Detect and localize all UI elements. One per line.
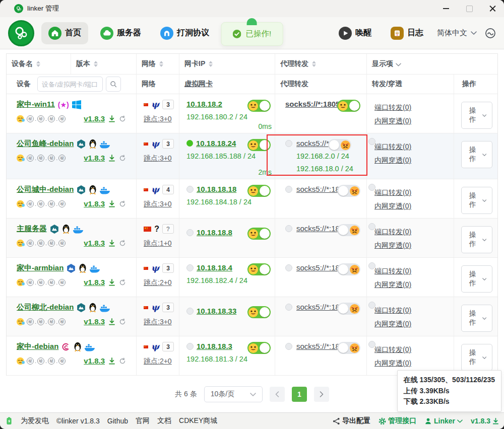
refresh-icon[interactable]	[119, 200, 126, 207]
prev-page-button[interactable]	[270, 387, 285, 402]
refresh-icon[interactable]	[119, 155, 126, 162]
device-name-link[interactable]: 家中-debian	[17, 342, 58, 351]
download-icon[interactable]	[108, 318, 115, 325]
vnic-toggle[interactable]	[247, 100, 271, 112]
proxy-toggle[interactable]	[337, 342, 360, 354]
linker-logo[interactable]	[8, 20, 34, 46]
vnic-ip-link[interactable]: 10.18.18.33	[197, 307, 236, 315]
minimize-button[interactable]	[434, 0, 458, 17]
version-update-button[interactable]: v1.8.3	[471, 417, 499, 425]
vnic-ip-link[interactable]: 10.18.18.8	[197, 228, 232, 237]
port-forward-link[interactable]: 端口转发(0)	[374, 304, 449, 317]
github-link[interactable]: Github	[107, 417, 128, 425]
refresh-icon[interactable]	[119, 279, 126, 286]
close-button[interactable]	[481, 0, 504, 17]
download-icon[interactable]	[108, 155, 115, 162]
device-name-link[interactable]: 公司柳北-debian	[17, 303, 74, 312]
penetrate-link[interactable]: 内网穿透(0)	[374, 278, 449, 292]
display-options-dropdown[interactable]: 显示项	[367, 54, 497, 74]
device-name-link[interactable]: 家中-armbian	[17, 263, 64, 273]
relay-radio[interactable]	[186, 308, 194, 315]
version-link[interactable]: v1.8.3	[84, 278, 105, 287]
header-device-name[interactable]: 设备名	[7, 54, 71, 74]
penetrate-link[interactable]: 内网穿透(0)	[374, 239, 449, 252]
vnic-toggle[interactable]	[247, 306, 271, 318]
port-forward-link[interactable]: 端口转发(0)	[374, 186, 449, 199]
device-name-link[interactable]: 公司鱼峰-debian	[17, 139, 74, 149]
version-link[interactable]: v1.8.3	[84, 154, 105, 162]
vnic-toggle[interactable]	[247, 139, 271, 151]
manage-api-button[interactable]: 管理接口	[379, 416, 416, 425]
vnic-toggle[interactable]	[247, 263, 271, 275]
relay-radio[interactable]	[285, 140, 292, 147]
vnic-toggle[interactable]	[247, 342, 271, 354]
relay-radio[interactable]	[186, 343, 194, 350]
account-menu[interactable]: Linker	[424, 417, 463, 425]
hop-link[interactable]: 跳点:3+0	[144, 115, 172, 124]
device-name-link[interactable]: 主服务器	[17, 224, 47, 234]
export-config-button[interactable]: 导出配置	[333, 416, 370, 425]
hop-link[interactable]: 跳点:3+0	[144, 200, 172, 209]
port-forward-link[interactable]: 端口转发(0)	[374, 225, 449, 239]
device-name-link[interactable]: 家中-win11	[17, 100, 55, 109]
page-number-button[interactable]: 1	[292, 387, 307, 402]
port-forward-link[interactable]: 端口转发(0)	[374, 264, 449, 278]
proxy-toggle[interactable]	[337, 100, 360, 112]
relay-radio[interactable]	[285, 186, 292, 193]
action-button[interactable]: 操作	[461, 226, 492, 253]
relay-radio[interactable]	[368, 341, 375, 348]
cdkey-store-link[interactable]: CDKEY商城	[179, 416, 217, 425]
proxy-toggle[interactable]	[337, 303, 360, 315]
hop-link[interactable]: 跳点:1+0	[144, 239, 172, 248]
version-link[interactable]: v1.8.3	[84, 317, 105, 326]
device-name-link[interactable]: 公司城中-debian	[17, 185, 74, 194]
relay-radio[interactable]	[186, 186, 194, 193]
tab-home[interactable]: 首页	[41, 22, 88, 44]
header-network[interactable]: 网络	[137, 54, 179, 74]
refresh-icon[interactable]	[119, 358, 126, 365]
vnic-toggle[interactable]	[247, 185, 271, 197]
hop-link[interactable]: 跳点:3+0	[144, 318, 172, 327]
relay-radio[interactable]	[368, 138, 375, 145]
relay-radio[interactable]	[186, 229, 194, 236]
download-icon[interactable]	[108, 200, 115, 207]
header-proxy[interactable]: 代理转发	[275, 54, 367, 74]
docs-link[interactable]: 文档	[157, 416, 171, 425]
vnic-ip-link[interactable]: 10.18.18.3	[197, 342, 232, 350]
action-button[interactable]: 操作	[461, 102, 492, 129]
subheader-vnic[interactable]: 虚拟网卡	[179, 75, 275, 94]
action-button[interactable]: 操作	[461, 265, 492, 293]
proxy-toggle[interactable]	[337, 263, 360, 275]
hop-link[interactable]: 跳点:2+0	[144, 278, 172, 288]
next-page-button[interactable]	[314, 387, 329, 402]
version-link[interactable]: v1.8.3	[84, 114, 105, 123]
penetrate-link[interactable]: 内网穿透(0)	[374, 317, 449, 331]
relay-radio[interactable]	[285, 343, 292, 350]
proxy-toggle[interactable]	[328, 139, 351, 151]
relay-radio[interactable]	[368, 184, 375, 191]
proxy-toggle[interactable]	[337, 224, 360, 236]
penetrate-link[interactable]: 内网穿透(0)	[374, 356, 449, 370]
relay-radio[interactable]	[368, 302, 375, 309]
version-link[interactable]: v1.8.3	[84, 199, 105, 208]
relay-radio[interactable]	[186, 264, 194, 271]
action-button[interactable]: 操作	[461, 344, 492, 371]
header-nic-ip[interactable]: 网卡IP	[179, 54, 275, 74]
website-link[interactable]: 官网	[136, 416, 150, 425]
refresh-icon[interactable]	[119, 318, 126, 325]
search-button[interactable]	[106, 77, 121, 92]
donate-link[interactable]: 为爱发电	[21, 416, 49, 425]
header-version[interactable]: 版本	[71, 54, 137, 74]
socks5-link[interactable]: socks5://*:1805	[285, 100, 340, 108]
penetrate-link[interactable]: 内网穿透(0)	[374, 114, 449, 128]
refresh-icon[interactable]	[119, 240, 126, 247]
hop-link[interactable]: 跳点:2+0	[144, 357, 172, 366]
language-selector[interactable]: 简体中文	[437, 28, 477, 38]
tab-punch-protocol[interactable]: 打洞协议	[153, 22, 216, 44]
penetrate-link[interactable]: 内网穿透(0)	[374, 199, 449, 213]
relay-radio[interactable]	[285, 304, 292, 311]
theme-icon[interactable]	[485, 28, 496, 39]
tab-servers[interactable]: 服务器	[93, 22, 148, 44]
download-icon[interactable]	[108, 115, 115, 122]
hop-link[interactable]: 跳点:3+0	[144, 154, 172, 163]
